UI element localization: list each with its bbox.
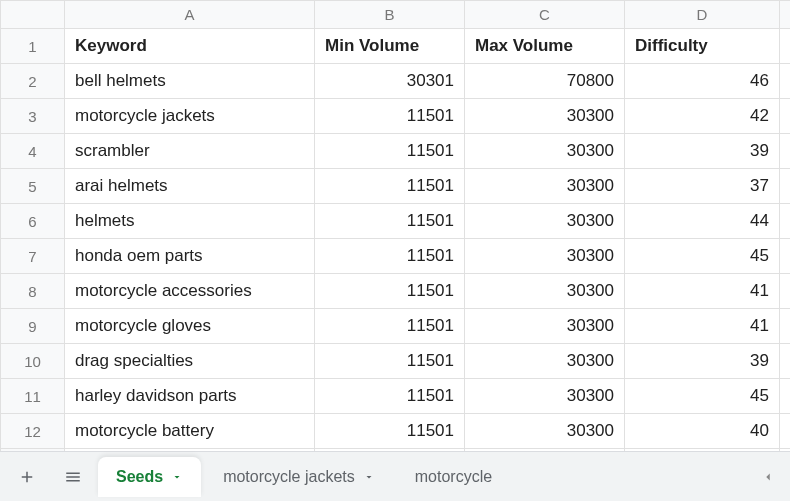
cell[interactable]: arai helmets bbox=[65, 169, 315, 204]
cell[interactable]: helmets bbox=[65, 204, 315, 239]
cell[interactable]: 11501 bbox=[315, 134, 465, 169]
table-row: 5 arai helmets 11501 30300 37 bbox=[1, 169, 791, 204]
sheet-tab-label: Seeds bbox=[116, 468, 163, 486]
cell[interactable]: 70800 bbox=[465, 64, 625, 99]
cell[interactable]: Min Volume bbox=[315, 29, 465, 64]
cell[interactable] bbox=[780, 169, 791, 204]
cell[interactable] bbox=[780, 379, 791, 414]
cell[interactable]: 45 bbox=[625, 239, 780, 274]
table-row: 11 harley davidson parts 11501 30300 45 bbox=[1, 379, 791, 414]
cell[interactable]: 11501 bbox=[315, 169, 465, 204]
cell[interactable]: 40 bbox=[625, 414, 780, 449]
select-all-corner[interactable] bbox=[1, 1, 65, 29]
cell[interactable]: 41 bbox=[625, 309, 780, 344]
cell[interactable]: 30300 bbox=[465, 379, 625, 414]
cell[interactable]: Difficulty bbox=[625, 29, 780, 64]
cell[interactable]: 11501 bbox=[315, 344, 465, 379]
row-header[interactable]: 11 bbox=[1, 379, 65, 414]
cell[interactable]: 11501 bbox=[315, 379, 465, 414]
cell[interactable]: 30301 bbox=[315, 64, 465, 99]
row-header[interactable]: 3 bbox=[1, 99, 65, 134]
chevron-down-icon bbox=[171, 471, 183, 483]
cell[interactable]: motorcycle jackets bbox=[65, 99, 315, 134]
cell[interactable]: 11501 bbox=[315, 274, 465, 309]
row-header[interactable]: 5 bbox=[1, 169, 65, 204]
row-header[interactable]: 2 bbox=[1, 64, 65, 99]
cell[interactable]: 30300 bbox=[465, 239, 625, 274]
table-row: 3 motorcycle jackets 11501 30300 42 bbox=[1, 99, 791, 134]
cell[interactable] bbox=[780, 29, 791, 64]
table-row: 7 honda oem parts 11501 30300 45 bbox=[1, 239, 791, 274]
cell[interactable]: 30300 bbox=[465, 169, 625, 204]
cell[interactable]: harley davidson parts bbox=[65, 379, 315, 414]
column-header-c[interactable]: C bbox=[465, 1, 625, 29]
column-header-b[interactable]: B bbox=[315, 1, 465, 29]
cell[interactable]: 11501 bbox=[315, 99, 465, 134]
cell[interactable]: Max Volume bbox=[465, 29, 625, 64]
cell[interactable]: 46 bbox=[625, 64, 780, 99]
cell[interactable]: 30300 bbox=[465, 204, 625, 239]
cell[interactable] bbox=[780, 274, 791, 309]
cell[interactable] bbox=[780, 134, 791, 169]
all-sheets-button[interactable] bbox=[52, 457, 94, 497]
cell[interactable]: honda oem parts bbox=[65, 239, 315, 274]
cell[interactable] bbox=[780, 239, 791, 274]
cell[interactable] bbox=[780, 344, 791, 379]
plus-icon bbox=[18, 468, 36, 486]
cell[interactable]: 39 bbox=[625, 134, 780, 169]
row-header[interactable]: 6 bbox=[1, 204, 65, 239]
cell[interactable]: 30300 bbox=[465, 99, 625, 134]
cell[interactable]: 30300 bbox=[465, 134, 625, 169]
cell[interactable]: 30300 bbox=[465, 309, 625, 344]
cell[interactable]: motorcycle accessories bbox=[65, 274, 315, 309]
cell[interactable]: motorcycle battery bbox=[65, 414, 315, 449]
column-header-e[interactable] bbox=[780, 1, 791, 29]
table-row: 1 Keyword Min Volume Max Volume Difficul… bbox=[1, 29, 791, 64]
column-header-d[interactable]: D bbox=[625, 1, 780, 29]
cell[interactable]: scrambler bbox=[65, 134, 315, 169]
table-row: 6 helmets 11501 30300 44 bbox=[1, 204, 791, 239]
column-header-a[interactable]: A bbox=[65, 1, 315, 29]
cell[interactable] bbox=[780, 204, 791, 239]
sheet-tab[interactable]: motorcycle jackets bbox=[205, 457, 393, 497]
cell[interactable]: 41 bbox=[625, 274, 780, 309]
cell[interactable]: motorcycle gloves bbox=[65, 309, 315, 344]
row-header[interactable]: 7 bbox=[1, 239, 65, 274]
table-row: 9 motorcycle gloves 11501 30300 41 bbox=[1, 309, 791, 344]
cell[interactable]: 11501 bbox=[315, 414, 465, 449]
row-header[interactable]: 8 bbox=[1, 274, 65, 309]
cell[interactable]: 39 bbox=[625, 344, 780, 379]
row-header[interactable]: 4 bbox=[1, 134, 65, 169]
cell[interactable] bbox=[780, 64, 791, 99]
cell[interactable] bbox=[780, 414, 791, 449]
cell[interactable]: 30300 bbox=[465, 344, 625, 379]
cell[interactable]: 42 bbox=[625, 99, 780, 134]
table-row: 12 motorcycle battery 11501 30300 40 bbox=[1, 414, 791, 449]
row-header[interactable]: 1 bbox=[1, 29, 65, 64]
cell[interactable]: 37 bbox=[625, 169, 780, 204]
add-sheet-button[interactable] bbox=[6, 457, 48, 497]
cell[interactable]: Keyword bbox=[65, 29, 315, 64]
cell[interactable] bbox=[780, 99, 791, 134]
cell[interactable]: 30300 bbox=[465, 414, 625, 449]
row-header[interactable]: 10 bbox=[1, 344, 65, 379]
grid-area[interactable]: A B C D 1 Keyword Min Volume Max Volume … bbox=[0, 0, 790, 451]
row-header[interactable]: 12 bbox=[1, 414, 65, 449]
cell[interactable]: drag specialties bbox=[65, 344, 315, 379]
cell[interactable]: 45 bbox=[625, 379, 780, 414]
sheet-tab-active[interactable]: Seeds bbox=[98, 457, 201, 497]
cell[interactable]: 44 bbox=[625, 204, 780, 239]
sheet-tab-label: motorcycle bbox=[415, 468, 492, 486]
row-header[interactable]: 9 bbox=[1, 309, 65, 344]
cell[interactable]: 11501 bbox=[315, 309, 465, 344]
sheet-tab-label: motorcycle jackets bbox=[223, 468, 355, 486]
chevron-down-icon bbox=[363, 471, 375, 483]
cell[interactable]: 11501 bbox=[315, 239, 465, 274]
cell[interactable]: 11501 bbox=[315, 204, 465, 239]
sheet-tab[interactable]: motorcycle bbox=[397, 457, 510, 497]
scroll-tabs-left-button[interactable] bbox=[752, 457, 784, 497]
table-row: 4 scrambler 11501 30300 39 bbox=[1, 134, 791, 169]
cell[interactable]: bell helmets bbox=[65, 64, 315, 99]
cell[interactable]: 30300 bbox=[465, 274, 625, 309]
cell[interactable] bbox=[780, 309, 791, 344]
